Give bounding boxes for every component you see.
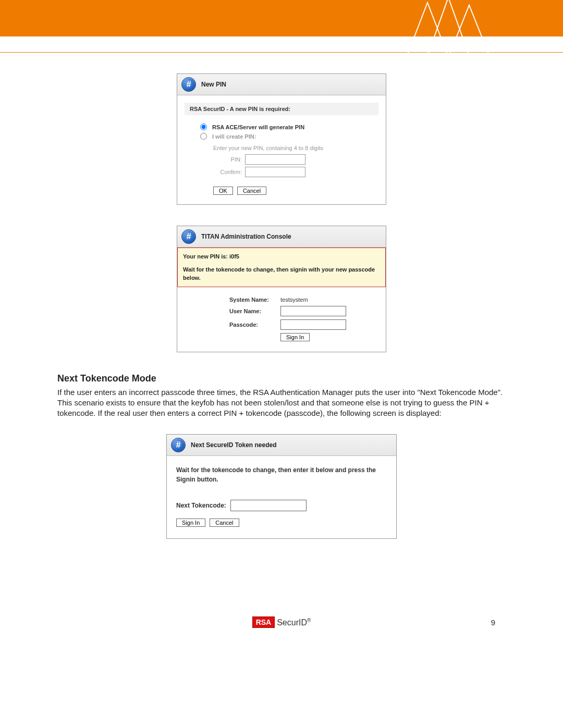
notice-line2: Wait for the tokencode to change, then s… bbox=[183, 265, 380, 282]
header-decoration bbox=[396, 0, 500, 70]
cancel-button[interactable]: Cancel bbox=[210, 519, 239, 527]
pin-hint: Enter your new PIN, containing 4 to 8 di… bbox=[213, 145, 378, 151]
confirm-label: Confirm: bbox=[213, 169, 242, 175]
system-name-label: System Name: bbox=[229, 297, 276, 303]
ok-button[interactable]: OK bbox=[213, 187, 233, 195]
cancel-button[interactable]: Cancel bbox=[237, 187, 266, 195]
passcode-label: Passcode: bbox=[229, 322, 276, 328]
user-name-input[interactable] bbox=[280, 306, 346, 316]
footer-logo: RSA SecurID® bbox=[252, 616, 311, 628]
pin-input[interactable] bbox=[245, 154, 305, 165]
signin-button[interactable]: Sign In bbox=[280, 333, 310, 341]
sub-heading: RSA SecurID - A new PIN is required: bbox=[185, 103, 378, 115]
radio-server-label: RSA ACE/Server will generate PIN bbox=[212, 124, 304, 130]
hash-icon: # bbox=[181, 77, 196, 92]
radio-user-create[interactable] bbox=[200, 133, 207, 140]
header-bar bbox=[0, 0, 563, 36]
hash-icon: # bbox=[181, 229, 196, 244]
signin-button[interactable]: Sign In bbox=[176, 519, 205, 527]
instruction-text: Wait for the tokencode to change, then e… bbox=[176, 465, 387, 484]
notice-line1: Your new PIN is: i0f5 bbox=[183, 252, 380, 261]
hash-icon: # bbox=[171, 438, 186, 452]
radio-user-label: I will create PIN: bbox=[212, 133, 256, 140]
tokencode-input[interactable] bbox=[230, 500, 307, 511]
securid-text: SecurID® bbox=[277, 618, 311, 627]
section-body: If the user enters an incorrect passcode… bbox=[57, 387, 506, 419]
page-number: 9 bbox=[491, 618, 495, 627]
admin-console-panel: # TITAN Administration Console Your new … bbox=[177, 226, 386, 352]
next-token-panel: # Next SecureID Token needed Wait for th… bbox=[166, 434, 397, 539]
panel-header: # TITAN Administration Console bbox=[177, 226, 386, 248]
passcode-input[interactable] bbox=[280, 319, 346, 330]
new-pin-panel: # New PIN RSA SecurID - A new PIN is req… bbox=[177, 73, 386, 205]
panel-header: # New PIN bbox=[177, 74, 386, 95]
user-name-label: User Name: bbox=[229, 308, 276, 314]
radio-server-generate[interactable] bbox=[200, 124, 207, 130]
system-name-value: testsystem bbox=[280, 297, 308, 303]
section-title: Next Tokencode Mode bbox=[57, 373, 506, 384]
tokencode-label: Next Tokencode: bbox=[176, 502, 226, 509]
pin-label: PIN: bbox=[213, 156, 242, 163]
panel-title: TITAN Administration Console bbox=[201, 233, 291, 240]
footer: RSA SecurID® 9 bbox=[0, 612, 563, 633]
panel-header: # Next SecureID Token needed bbox=[167, 435, 396, 456]
pin-notice: Your new PIN is: i0f5 Wait for the token… bbox=[177, 248, 386, 287]
rsa-badge: RSA bbox=[252, 616, 275, 628]
confirm-input[interactable] bbox=[245, 167, 305, 177]
panel-title: Next SecureID Token needed bbox=[191, 441, 277, 449]
panel-title: New PIN bbox=[201, 81, 226, 88]
